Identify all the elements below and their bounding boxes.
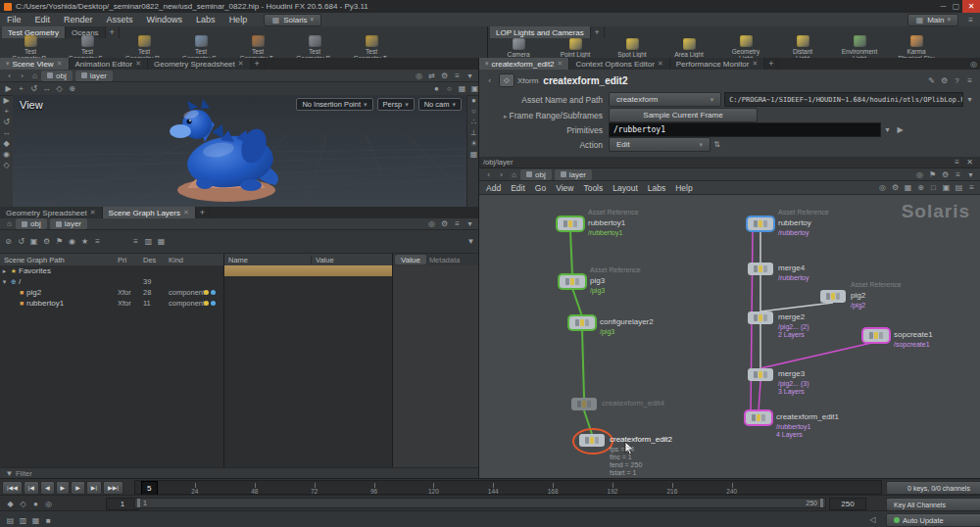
snap-icon[interactable]: ⊕ (914, 182, 927, 193)
chevron-down-icon[interactable]: ▾ (464, 71, 476, 81)
scene-graph-row-rubbertoy1[interactable]: ■rubbertoy1Xfor11component (0, 298, 223, 309)
tab-value[interactable]: Value (395, 255, 426, 264)
pane-menu-icon[interactable]: ▾ (6, 60, 10, 68)
node-body[interactable] (748, 311, 773, 324)
snap-icon[interactable]: ⊕ (66, 83, 78, 94)
next-frame-button[interactable]: ▶ (71, 481, 85, 495)
stepper-icon[interactable]: ⇅ (710, 139, 723, 150)
wrench-icon[interactable]: ⚙ (889, 182, 902, 193)
lock-icon[interactable]: ⊘ (2, 236, 15, 247)
main-desktop-selector[interactable]: ▦ Main ▾ (907, 14, 958, 26)
menu-icon[interactable]: ≡ (951, 157, 963, 168)
menu-icon[interactable]: ≡ (965, 182, 978, 193)
node-sopcreate1[interactable]: sopcreate1/sopcreate1 (863, 329, 889, 342)
column-view-icon[interactable]: ▥ (142, 236, 155, 247)
prev-keyframe-button[interactable]: |◀ (24, 481, 39, 495)
menu-labs[interactable]: Labs (189, 13, 222, 26)
keyframe-icon[interactable]: ◆ (4, 499, 17, 509)
gear-icon[interactable]: ⚙ (939, 169, 952, 180)
path-chip-obj[interactable]: obj (16, 218, 47, 229)
menu-windows[interactable]: Windows (140, 13, 190, 26)
network-menu-help[interactable]: Help (670, 181, 697, 194)
maximize-button[interactable]: ▢ (950, 1, 962, 12)
shelf-tool-spot-light[interactable]: Spot Light (604, 38, 661, 58)
node-pig3[interactable]: Asset Referencepig3/pig3 (560, 275, 585, 288)
nav-back-icon[interactable]: ‹ (482, 169, 495, 180)
close-tab-icon[interactable]: ✕ (183, 209, 189, 216)
filter-label[interactable]: Filter (16, 469, 32, 478)
link-icon[interactable]: ⇄ (425, 71, 438, 81)
node-merge2[interactable]: merge2/pig2... (2)2 Layers (748, 311, 773, 324)
tab-metadata[interactable]: Metadata (429, 256, 460, 264)
edit-icon[interactable]: ✎ (925, 75, 938, 86)
network-menu-edit[interactable]: Edit (506, 181, 530, 194)
add-tab-button[interactable]: + (764, 58, 778, 70)
playhead-marker[interactable]: 5 (141, 481, 158, 496)
add-tab-button[interactable]: + (196, 207, 210, 218)
column-header-kind[interactable]: Kind (169, 256, 204, 264)
filter-icon[interactable]: ▼ (465, 236, 477, 247)
pin-icon[interactable]: ◎ (876, 182, 889, 193)
jump-start-button[interactable]: |◀◀ (2, 481, 23, 495)
gear-icon[interactable]: ⚙ (438, 71, 451, 81)
pin-icon[interactable]: ◎ (913, 169, 926, 180)
pane-tab-context-options-editor[interactable]: Context Options Editor✕ (569, 58, 669, 70)
viewport-canvas[interactable]: View No Insertion Point▾Persp▾No cam▾ (13, 95, 466, 207)
memory-icon[interactable]: ■ (42, 515, 55, 526)
path-chip-layer[interactable]: layer (75, 71, 113, 81)
pane-tab-geometry-spreadsheet[interactable]: Geometry Spreadsheet✕ (0, 207, 103, 218)
node-merge3[interactable]: merge3/pig2... (3)3 Layers (748, 368, 773, 381)
select-icon[interactable]: ▶ (2, 83, 15, 94)
shelf-tool-area-light[interactable]: Area Light (661, 38, 717, 58)
gear-icon[interactable]: ⚙ (40, 236, 53, 247)
scale-icon[interactable]: ↔ (40, 83, 53, 94)
jump-end-button[interactable]: ▶▶| (103, 481, 123, 495)
shelf-tool-camera[interactable]: Camera (490, 38, 547, 58)
rotate-tool-icon[interactable]: ↺ (0, 117, 13, 127)
layout-icon[interactable]: ▤ (953, 182, 965, 193)
viewport-3d-scene[interactable] (13, 95, 466, 207)
menu-help[interactable]: Help (222, 13, 255, 26)
pick-primitives-icon[interactable]: ▶ (894, 124, 906, 135)
resource-icon[interactable]: ▦ (29, 515, 42, 526)
eye-icon[interactable]: ◉ (66, 236, 78, 247)
add-shelf-tab-button[interactable]: + (591, 26, 605, 38)
menu-icon[interactable]: ≡ (952, 169, 964, 180)
grid-icon[interactable]: ▦ (456, 83, 468, 94)
column-header-value[interactable]: Value (312, 256, 334, 264)
node-createxform_edit2[interactable]: createxform_edit2fps = 24finc = 1fend = … (579, 434, 605, 447)
network-menu-layout[interactable]: Layout (608, 181, 643, 194)
cache-icon[interactable]: ▥ (17, 515, 29, 526)
add-tab-button[interactable]: + (251, 58, 265, 70)
camera-icon[interactable]: ▣ (27, 236, 40, 247)
keys-status-button[interactable]: 0 keys, 0/0 channels (886, 481, 980, 495)
column-header-name[interactable]: Name (224, 256, 312, 264)
expand-icon[interactable]: ▸ (0, 267, 9, 275)
param-nav-back-icon[interactable]: ‹ (483, 75, 496, 86)
column-header-des[interactable]: Des (143, 256, 169, 264)
nav-back-icon[interactable]: ‹ (3, 71, 16, 81)
prev-frame-button[interactable]: ◀ (40, 481, 55, 495)
state-dot-icon[interactable] (204, 290, 209, 295)
node-body[interactable] (748, 217, 773, 230)
node-body[interactable] (863, 329, 889, 342)
range-end-field[interactable]: 250 (829, 498, 866, 510)
timeline-ruler[interactable]: 5 24487296120144168192216240 (134, 480, 882, 495)
pin-icon[interactable]: ◎ (425, 218, 438, 229)
pane-menu-icon[interactable]: ▾ (485, 60, 489, 68)
state-dot-icon[interactable] (211, 290, 216, 295)
message-icon[interactable]: ▤ (4, 515, 17, 526)
minimize-button[interactable]: ─ (937, 1, 950, 12)
pane-tab-geometry-spreadsheet[interactable]: Geometry Spreadsheet✕ (148, 58, 251, 70)
key-all-channels-dropdown[interactable]: Key All Channels ▾ (886, 498, 980, 511)
menu-assets[interactable]: Assets (100, 13, 140, 26)
selected-parameter-row[interactable] (224, 265, 392, 276)
network-path-text[interactable]: /obj/layer (483, 158, 513, 167)
shade-icon[interactable]: ● (430, 83, 443, 94)
pane-tab-scene-view[interactable]: ▾Scene View✕ (0, 58, 70, 70)
sync-icon[interactable]: ↺ (15, 236, 27, 247)
grid-view-icon[interactable]: ▦ (155, 236, 168, 247)
node-body[interactable] (560, 275, 585, 288)
node-merge4[interactable]: merge4/rubbertoy (748, 263, 773, 275)
primitives-field[interactable]: /rubbertoy1 (609, 122, 881, 137)
